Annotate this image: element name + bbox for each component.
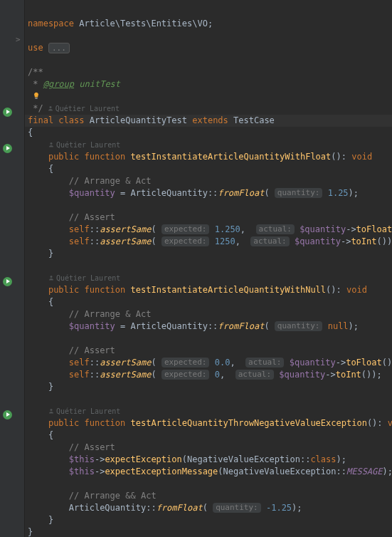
intention-bulb-icon[interactable] <box>32 92 41 100</box>
run-test-icon[interactable] <box>3 410 12 419</box>
code-line: { <box>25 163 392 175</box>
code-line: */ Quétier Laurent <box>25 103 392 115</box>
code-line: } <box>25 248 392 260</box>
param-hint: expected: <box>161 236 210 246</box>
code-line: $quantity = ArticleQuantity::fromFloat( … <box>25 320 392 333</box>
code-line: public function testInstantiateArticleQu… <box>25 284 392 296</box>
gutter: > <box>0 0 25 537</box>
code-line <box>25 478 392 490</box>
code-line: /** <box>25 66 392 78</box>
code-line <box>25 30 392 42</box>
code-line: // Arrange & Act <box>25 175 392 187</box>
author-annotation: Quétier Laurent <box>43 105 120 113</box>
svg-point-4 <box>50 409 52 411</box>
param-hint: actual: <box>256 224 295 234</box>
svg-point-1 <box>49 106 51 108</box>
code-line <box>25 54 392 66</box>
param-hint: actual: <box>250 236 289 246</box>
code-line: { <box>25 127 392 139</box>
author-annotation: Quétier Laurent <box>48 274 120 282</box>
param-hint: expected: <box>161 358 210 367</box>
person-icon <box>48 142 54 147</box>
code-line: // Assert <box>25 212 392 224</box>
author-annotation: Quétier Laurent <box>48 407 120 415</box>
code-line: self::assertSame( expected: 1.250, actua… <box>25 224 392 236</box>
person-icon <box>48 275 54 281</box>
code-line: $this->expectException(NegativeValueExce… <box>25 454 392 466</box>
code-line: Quétier Laurent <box>25 405 392 417</box>
svg-rect-0 <box>35 98 38 99</box>
code-editor: > namespace Article\Tests\Entities\VO; u… <box>0 0 392 537</box>
code-line: Quétier Laurent <box>25 139 392 151</box>
code-line: ArticleQuantity::fromFloat( quantity: -1… <box>25 502 392 514</box>
code-line <box>25 90 392 103</box>
code-line: { <box>25 296 392 308</box>
code-line: self::assertSame( expected: 0.0, actual:… <box>25 357 392 369</box>
code-line: Quétier Laurent <box>25 272 392 284</box>
code-area[interactable]: namespace Article\Tests\Entities\VO; use… <box>25 0 392 537</box>
code-line: * @group unitTest <box>25 78 392 90</box>
param-hint: quantity: <box>275 321 323 331</box>
method-name: testArticleQuantityThrowNegativeValueExc… <box>131 418 367 428</box>
param-hint: actual: <box>235 370 274 380</box>
run-class-icon[interactable] <box>3 108 12 117</box>
code-line <box>25 260 392 272</box>
run-test-icon[interactable] <box>3 144 12 153</box>
param-hint: quantity: <box>275 188 323 198</box>
code-line: } <box>25 514 392 526</box>
code-line: } <box>25 381 392 393</box>
svg-point-2 <box>50 142 52 145</box>
code-line: // Arrange & Act <box>25 308 392 320</box>
param-hint: quantity: <box>213 503 261 513</box>
code-line: namespace Article\Tests\Entities\VO; <box>25 18 392 30</box>
code-line: $quantity = ArticleQuantity::fromFloat( … <box>25 187 392 199</box>
fold-region[interactable]: ... <box>48 43 70 53</box>
code-line: final class ArticleQuantityTest extends … <box>25 115 392 127</box>
person-icon <box>48 105 53 111</box>
code-line: self::assertSame( expected: 0, actual: $… <box>25 369 392 381</box>
code-line: use ... <box>25 42 392 54</box>
code-line: // Assert <box>25 345 392 357</box>
fold-chevron-icon[interactable]: > <box>16 36 21 43</box>
code-line <box>25 333 392 345</box>
code-line: $this->expectExceptionMessage(NegativeVa… <box>25 466 392 478</box>
code-line: // Arrange && Act <box>25 490 392 502</box>
code-line: { <box>25 429 392 442</box>
code-line <box>25 199 392 212</box>
method-name: testInstantiateArticleQuantityWithNull <box>131 285 327 295</box>
author-annotation: Quétier Laurent <box>48 141 120 149</box>
run-test-icon[interactable] <box>3 277 12 286</box>
code-line: } <box>25 526 392 537</box>
param-hint: expected: <box>161 224 210 234</box>
code-line: public function testInstantiateArticleQu… <box>25 151 392 163</box>
person-icon <box>48 408 54 414</box>
code-line: // Assert <box>25 442 392 454</box>
param-hint: expected: <box>161 370 210 380</box>
code-line <box>25 393 392 405</box>
code-line <box>25 6 392 18</box>
param-hint: actual: <box>245 358 284 367</box>
method-name: testInstantiateArticleQuantityWithFloat <box>131 152 332 162</box>
svg-point-3 <box>50 276 52 278</box>
code-line: public function testArticleQuantityThrow… <box>25 417 392 429</box>
code-line: self::assertSame( expected: 1250, actual… <box>25 236 392 248</box>
